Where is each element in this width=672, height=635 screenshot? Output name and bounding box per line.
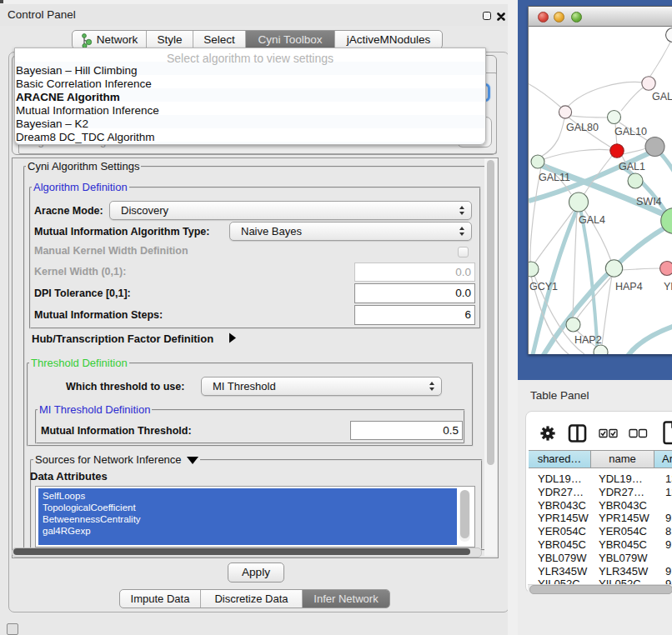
svg-text:SWI4: SWI4 [636, 196, 662, 208]
svg-text:GAL10: GAL10 [614, 126, 647, 138]
svg-text:GCY1: GCY1 [529, 281, 558, 292]
svg-text:GAL1: GAL1 [619, 161, 645, 172]
svg-text:HAP2: HAP2 [574, 334, 602, 346]
svg-text:GAL4: GAL4 [579, 214, 605, 226]
svg-text:GAL7: GAL7 [652, 91, 672, 102]
svg-text:YM: YM [664, 281, 672, 292]
svg-text:HAP4: HAP4 [615, 281, 643, 292]
svg-text:GAL80: GAL80 [566, 122, 599, 133]
svg-text:GAL11: GAL11 [539, 172, 570, 183]
